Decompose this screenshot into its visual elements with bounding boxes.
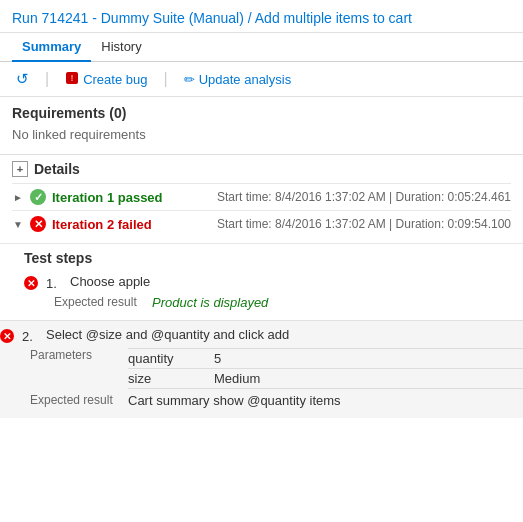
iteration-2-meta: Start time: 8/4/2016 1:37:02 AM | Durati… [217, 217, 511, 231]
requirements-title: Requirements (0) [12, 105, 511, 121]
pencil-icon: ✏ [184, 72, 195, 87]
step-2-section: ✕ 2. Select @size and @quantity and clic… [0, 320, 523, 418]
step-2-expected-value: Cart summary show @quantity items [128, 393, 523, 408]
iteration-1-label: Iteration 1 passed [52, 190, 163, 205]
param-quantity-value: 5 [214, 351, 221, 366]
svg-text:!: ! [71, 73, 74, 83]
iteration-2-status-icon: ✕ [30, 216, 46, 232]
iteration-row-2: ▼ ✕ Iteration 2 failed Start time: 8/4/2… [12, 210, 511, 237]
step-2-expected-row: Expected result Cart summary show @quant… [30, 393, 523, 408]
iteration-1-status-icon: ✓ [30, 189, 46, 205]
tab-summary[interactable]: Summary [12, 33, 91, 62]
test-steps-title: Test steps [24, 250, 511, 266]
header-title-text: Run 714241 - Dummy Suite (Manual) / Add … [12, 10, 412, 26]
step-2-number: 2. [22, 329, 38, 344]
page-title: Run 714241 - Dummy Suite (Manual) / Add … [0, 0, 523, 33]
step-row-1: ✕ 1. Choose apple [24, 274, 511, 291]
step-row-2: ✕ 2. Select @size and @quantity and clic… [0, 327, 523, 344]
iteration-1-chevron[interactable]: ► [12, 192, 24, 203]
update-analysis-label: Update analysis [199, 72, 292, 87]
requirements-section: Requirements (0) No linked requirements [0, 97, 523, 154]
step-1-status-icon: ✕ [24, 276, 38, 290]
step-2-action: Select @size and @quantity and click add [46, 327, 523, 342]
step-2-expected-label: Expected result [30, 393, 120, 407]
details-header: + Details [12, 161, 511, 177]
step-1-action: Choose apple [70, 274, 511, 289]
test-steps-section: Test steps ✕ 1. Choose apple Expected re… [0, 243, 523, 320]
step-1-expected-value: Product is displayed [152, 295, 511, 310]
details-section: + Details ► ✓ Iteration 1 passed Start t… [0, 155, 523, 243]
iteration-1-meta: Start time: 8/4/2016 1:37:02 AM | Durati… [217, 190, 511, 204]
iteration-2-label: Iteration 2 failed [52, 217, 162, 232]
param-quantity-name: quantity [128, 351, 198, 366]
refresh-icon: ↺ [16, 70, 29, 88]
toolbar-separator-2: | [163, 70, 167, 88]
step-2-status-icon: ✕ [0, 329, 14, 343]
step-2-params-label: Parameters [30, 348, 120, 362]
step-1-expected-row: Expected result Product is displayed [54, 295, 511, 310]
create-bug-button[interactable]: ! Create bug [61, 69, 151, 90]
step-1-expected-label: Expected result [54, 295, 144, 309]
bug-icon: ! [65, 71, 79, 88]
param-row-quantity: quantity 5 [128, 348, 523, 368]
iteration-row-1: ► ✓ Iteration 1 passed Start time: 8/4/2… [12, 183, 511, 210]
create-bug-label: Create bug [83, 72, 147, 87]
update-analysis-button[interactable]: ✏ Update analysis [180, 70, 296, 89]
param-size-name: size [128, 371, 198, 386]
details-expand-icon[interactable]: + [12, 161, 28, 177]
step-1-number: 1. [46, 276, 62, 291]
toolbar-separator-1: | [45, 70, 49, 88]
toolbar: ↺ | ! Create bug | ✏ Update analysis [0, 62, 523, 97]
tabs-bar: Summary History [0, 33, 523, 62]
step-2-params-row: Parameters quantity 5 size Medium [30, 348, 523, 389]
param-size-value: Medium [214, 371, 260, 386]
step-2-params-table: quantity 5 size Medium [128, 348, 523, 389]
param-row-size: size Medium [128, 368, 523, 389]
refresh-button[interactable]: ↺ [12, 68, 33, 90]
iteration-2-chevron[interactable]: ▼ [12, 219, 24, 230]
tab-history[interactable]: History [91, 33, 151, 62]
details-title: Details [34, 161, 80, 177]
no-linked-text: No linked requirements [12, 125, 511, 146]
